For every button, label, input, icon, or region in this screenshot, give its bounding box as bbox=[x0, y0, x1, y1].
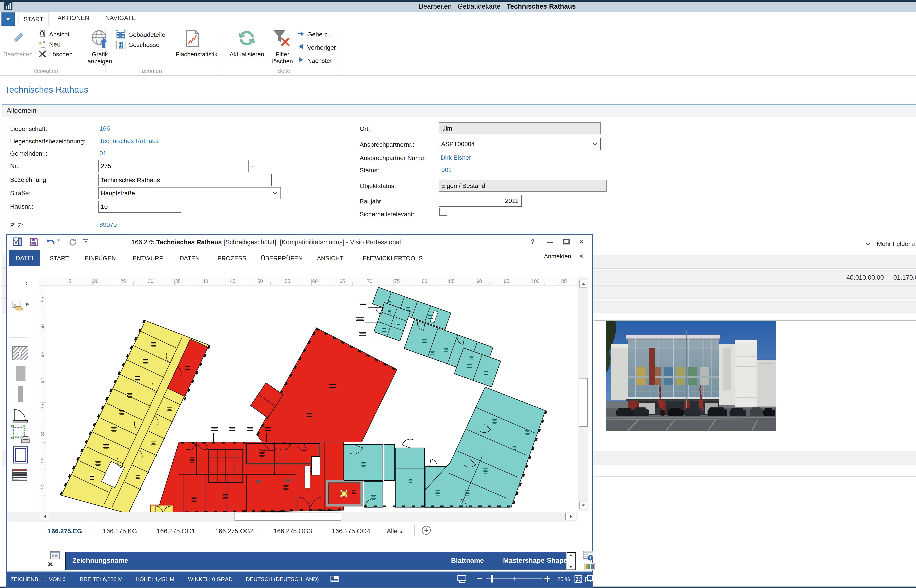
svg-text:i: i bbox=[590, 556, 591, 560]
